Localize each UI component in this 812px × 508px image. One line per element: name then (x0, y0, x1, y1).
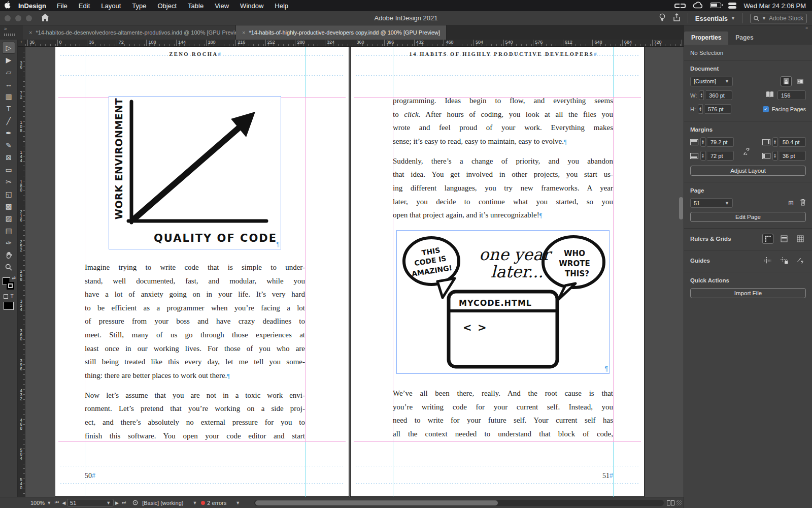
ruler-origin-corner[interactable]: + (18, 40, 25, 47)
landscape-orientation-icon[interactable] (795, 76, 806, 86)
spread-view-icon[interactable] (667, 500, 674, 505)
margin-top-stepper[interactable]: ▲▼ (700, 137, 705, 147)
margin-bottom-field[interactable]: 72 pt (707, 151, 734, 161)
height-stepper[interactable]: ▲▼ (698, 104, 703, 114)
formatting-container-icon[interactable] (4, 294, 8, 299)
selection-tool[interactable]: ▷ (2, 42, 15, 54)
page-tool[interactable]: ▱ (2, 66, 15, 78)
running-header-left[interactable]: ZENO ROCHA# (85, 51, 305, 57)
menu-item-file[interactable]: File (57, 2, 67, 10)
swap-fill-stroke-icon[interactable]: ⇄ (12, 275, 16, 280)
import-file-button[interactable]: Import File (690, 288, 806, 298)
menu-item-help[interactable]: Help (275, 2, 288, 10)
document-viewport[interactable]: ZENO ROCHA# WORK ENVIRONMENT QUALITY OF … (25, 47, 684, 497)
type-tool[interactable]: T (2, 103, 15, 115)
gap-tool[interactable]: ↔ (2, 78, 15, 90)
window-zoom-button[interactable] (26, 15, 32, 21)
vertical-ruler[interactable]: 3 67 21 0 81 4 41 8 02 1 62 5 22 8 83 2 … (18, 47, 25, 497)
apple-logo-icon[interactable] (0, 1, 15, 10)
line-tool[interactable]: ╱ (2, 115, 15, 127)
lock-guides-icon[interactable] (779, 256, 790, 266)
facing-pages-checkbox[interactable]: ✓ (763, 106, 769, 112)
margin-outside-stepper[interactable]: ▲▼ (772, 151, 777, 161)
page-51[interactable]: 14 HABITS OF HIGHLY PRODUCTIVE DEVELOPER… (350, 47, 645, 497)
eyedropper-tool[interactable]: ✑ (2, 237, 15, 249)
apply-color-button[interactable] (4, 302, 14, 310)
body-text-frame-right-bottom[interactable]: We’ve all been there, really. And the ro… (393, 387, 613, 447)
horizontal-scrollbar-thumb[interactable] (255, 500, 498, 505)
gradient-feather-tool[interactable]: ▨ (2, 212, 15, 225)
body-text-frame-right-top[interactable]: programming. Ideas begin to flow, and ev… (393, 94, 613, 228)
close-tab-icon[interactable]: × (29, 29, 32, 36)
note-tool[interactable]: ▤ (2, 225, 15, 237)
cartoon-image-frame[interactable]: THIS CODE IS AMAZING! WHO WROTE THIS? on… (396, 230, 610, 374)
fill-stroke-controls[interactable]: ⇄ (2, 276, 15, 292)
margin-bottom-stepper[interactable]: ▲▼ (700, 151, 705, 161)
margin-inside-field[interactable]: 50.4 pt (780, 137, 806, 147)
chart-image-frame[interactable]: WORK ENVIRONMENT QUALITY OF CODE ¶ (109, 96, 281, 249)
page-number-field[interactable]: 51▼ (67, 499, 114, 506)
double-chevron-icon[interactable]: » (4, 26, 7, 31)
portrait-orientation-icon[interactable] (781, 76, 792, 86)
share-icon[interactable] (673, 13, 681, 24)
frame-tool[interactable]: ⊠ (2, 151, 15, 164)
menu-app-name[interactable]: InDesign (18, 2, 46, 10)
horizontal-scrollbar[interactable] (254, 500, 664, 506)
next-page-button[interactable]: ▶ (115, 500, 119, 505)
preflight-profile-select[interactable]: [Basic] (working)▼ (142, 500, 197, 506)
direct-selection-tool[interactable]: ▶ (2, 54, 15, 66)
page-number-select[interactable]: 51▼ (690, 198, 733, 208)
document-grid-icon[interactable] (795, 234, 806, 244)
panel-tab-pages[interactable]: Pages (728, 31, 760, 45)
add-page-icon[interactable]: ⊞ (788, 199, 794, 207)
zoom-level-select[interactable]: 100%▼ (30, 500, 51, 506)
menu-item-view[interactable]: View (215, 2, 229, 10)
previous-page-button[interactable]: ◀ (62, 500, 65, 505)
pages-count-field[interactable]: 156 (777, 90, 806, 100)
close-tab-icon[interactable]: × (242, 29, 245, 36)
toolbar-dock-header[interactable]: » (0, 25, 23, 40)
stroke-color-swatch[interactable] (7, 282, 14, 290)
margin-inside-stepper[interactable]: ▲▼ (772, 137, 777, 147)
link-broken-icon[interactable] (743, 148, 750, 157)
width-stepper[interactable]: ▲▼ (699, 90, 704, 100)
rectangle-tool[interactable]: ▭ (2, 164, 15, 176)
baseline-grid-icon[interactable] (779, 234, 790, 244)
hand-tool[interactable] (2, 249, 15, 261)
control-center-icon[interactable] (728, 3, 736, 9)
panel-tab-properties[interactable]: Properties (684, 31, 728, 45)
margin-outside-field[interactable]: 36 pt (780, 151, 806, 161)
cloud-icon[interactable] (693, 2, 703, 10)
pen-tool[interactable]: ✒ (2, 127, 15, 139)
trash-icon[interactable] (800, 199, 806, 208)
home-icon[interactable] (41, 14, 49, 23)
menu-item-type[interactable]: Type (132, 2, 146, 10)
scissors-tool[interactable]: ✂ (2, 176, 15, 188)
vertical-scrollbar-thumb[interactable] (679, 197, 683, 219)
document-tab-1[interactable]: ×*14-habitos-de-desenvolvedores-altament… (23, 25, 236, 40)
height-field[interactable]: 576 pt (705, 104, 731, 114)
window-close-button[interactable] (5, 15, 11, 21)
body-text-frame-left[interactable]: Imagine trying to write code that is sim… (85, 261, 305, 449)
last-page-button[interactable]: ⏭ (122, 500, 126, 505)
pencil-tool[interactable]: ✎ (2, 139, 15, 151)
first-page-button[interactable]: ⏮ (55, 500, 59, 505)
document-tab-2[interactable]: ×*14-habits-of-highly-productive-develop… (236, 25, 447, 40)
collapse-panel-icon[interactable]: » (805, 25, 808, 30)
guides-icon[interactable] (762, 256, 773, 266)
adjust-layout-button[interactable]: Adjust Layout (690, 166, 806, 176)
running-header-right[interactable]: 14 HABITS OF HIGHLY PRODUCTIVE DEVELOPER… (393, 51, 613, 57)
menu-item-window[interactable]: Window (240, 2, 263, 10)
margin-top-field[interactable]: 79.2 pt (707, 137, 734, 147)
menu-item-table[interactable]: Table (188, 2, 204, 10)
horizontal-ruler[interactable]: 3603672108144180216252288324360396432468… (25, 40, 684, 47)
formatting-text-icon[interactable]: T (10, 294, 13, 299)
adobe-stock-search[interactable]: ▼ Adobe Stock (750, 14, 807, 23)
free-transform-tool[interactable]: ◱ (2, 188, 15, 200)
menu-item-layout[interactable]: Layout (101, 2, 121, 10)
edit-page-button[interactable]: Edit Page (690, 212, 806, 222)
gradient-swatch-tool[interactable]: ▩ (2, 200, 15, 212)
width-field[interactable]: 360 pt (706, 90, 732, 100)
ruler-icon[interactable] (762, 234, 773, 244)
smart-guides-icon[interactable] (795, 256, 806, 266)
